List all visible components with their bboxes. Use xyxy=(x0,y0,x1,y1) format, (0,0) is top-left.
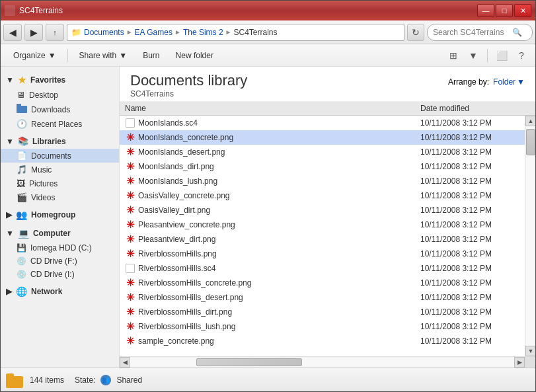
refresh-button[interactable]: ↻ xyxy=(407,24,424,41)
sidebar-item-recent[interactable]: 🕐 Recent Places xyxy=(1,117,119,131)
toolbar-separator-2 xyxy=(487,49,488,62)
close-button[interactable]: ✕ xyxy=(514,4,531,17)
favorites-header[interactable]: ▼ ★ Favorites xyxy=(1,72,119,88)
file-name: MoonIslands_lush.png xyxy=(138,176,420,186)
network-chevron: ▶ xyxy=(6,287,12,296)
scroll-track[interactable] xyxy=(525,126,535,346)
bottom-scrollbar-area: ◀ ▶ xyxy=(120,356,535,368)
homegroup-header[interactable]: ▶ 👥 Homegroup xyxy=(1,207,119,223)
sidebar-item-music[interactable]: 🎵 Music xyxy=(1,163,119,176)
search-box[interactable]: 🔍 xyxy=(427,24,533,41)
sidebar-item-videos[interactable]: 🎬 Videos xyxy=(1,190,119,204)
addr-documents[interactable]: Documents xyxy=(84,28,124,37)
views-dropdown[interactable]: ▼ xyxy=(465,48,482,63)
file-name: MoonIslands.sc4 xyxy=(138,118,420,128)
help-button[interactable]: ? xyxy=(513,48,530,63)
status-state-value: Shared xyxy=(116,375,142,385)
file-name: RiverblossomHills_concrete.png xyxy=(138,278,420,288)
file-name: MoonIslands_concrete.png xyxy=(138,133,420,142)
table-row[interactable]: ✳ MoonIslands_lush.png 10/11/2008 3:12 P… xyxy=(120,174,525,188)
status-count: 144 items xyxy=(30,375,64,385)
file-date: 10/11/2008 3:12 PM xyxy=(420,235,519,244)
music-icon: 🎵 xyxy=(17,165,27,175)
table-row[interactable]: RiverblossomHills.sc4 10/11/2008 3:12 PM xyxy=(120,261,525,276)
share-button[interactable]: Share with ▼ xyxy=(72,47,135,64)
sidebar-item-documents[interactable]: 📄 Documents xyxy=(1,149,119,163)
arrange-by-button[interactable]: Folder ▼ xyxy=(493,77,525,87)
table-row[interactable]: ✳ Pleasantview_dirt.png 10/11/2008 3:12 … xyxy=(120,232,525,247)
sidebar-item-pictures[interactable]: 🖼 Pictures xyxy=(1,176,119,190)
addr-sims2[interactable]: The Sims 2 xyxy=(183,28,223,37)
table-row[interactable]: ✳ OasisValley_dirt.png 10/11/2008 3:12 P… xyxy=(120,203,525,217)
maximize-button[interactable]: □ xyxy=(496,4,513,17)
sidebar-item-cd-f[interactable]: 💿 CD Drive (F:) xyxy=(1,255,119,268)
table-row[interactable]: MoonIslands.sc4 10/11/2008 3:12 PM xyxy=(120,116,525,130)
table-row[interactable]: ✳ MoonIslands_desert.png 10/11/2008 3:12… xyxy=(120,145,525,159)
pane-button[interactable]: ⬜ xyxy=(493,48,510,63)
downloads-label: Downloads xyxy=(31,105,70,114)
table-row[interactable]: ✳ RiverblossomHills_lush.png 10/11/2008 … xyxy=(120,319,525,334)
file-name: MoonIslands_dirt.png xyxy=(138,162,420,171)
hscroll-track[interactable] xyxy=(130,358,514,367)
hscroll-left-button[interactable]: ◀ xyxy=(120,357,130,368)
col-name-label: Name xyxy=(125,104,146,113)
computer-header[interactable]: ▼ 💻 Computer xyxy=(1,225,119,241)
table-row[interactable]: ✳ OasisValley_concrete.png 10/11/2008 3:… xyxy=(120,188,525,203)
table-row[interactable]: ✳ RiverblossomHills_concrete.png 10/11/2… xyxy=(120,276,525,290)
libraries-header[interactable]: ▼ 📚 Libraries xyxy=(1,134,119,149)
search-input[interactable] xyxy=(433,28,512,37)
share-chevron: ▼ xyxy=(119,51,127,60)
new-folder-button[interactable]: New folder xyxy=(169,47,221,64)
scroll-up-button[interactable]: ▲ xyxy=(525,116,535,126)
table-row[interactable]: ✳ RiverblossomHills.png 10/11/2008 3:12 … xyxy=(120,247,525,261)
file-date: 10/11/2008 3:12 PM xyxy=(420,191,519,200)
main-content: ▼ ★ Favorites 🖥 Desktop Downloads 🕐 Rec xyxy=(1,67,535,368)
address-path[interactable]: 📁 Documents ► EA Games ► The Sims 2 ► SC… xyxy=(67,24,404,41)
file-area: MoonIslands.sc4 10/11/2008 3:12 PM ✳ Moo… xyxy=(120,116,535,356)
table-row[interactable]: ✳ MoonIslands_dirt.png 10/11/2008 3:12 P… xyxy=(120,159,525,174)
horizontal-scrollbar[interactable]: ◀ ▶ xyxy=(120,357,525,368)
up-button[interactable]: ↑ xyxy=(46,24,64,41)
table-row[interactable]: ✳ MoonIslands_concrete.png 10/11/2008 3:… xyxy=(120,130,525,145)
col-name-header[interactable]: Name xyxy=(125,104,420,113)
minimize-button[interactable]: — xyxy=(477,4,494,17)
favorites-section: ▼ ★ Favorites 🖥 Desktop Downloads 🕐 Rec xyxy=(1,72,119,131)
folder-label: Folder xyxy=(493,77,516,87)
hscroll-right-button[interactable]: ▶ xyxy=(514,357,525,368)
vertical-scrollbar[interactable]: ▲ ▼ xyxy=(525,116,535,356)
sidebar-item-cd-i[interactable]: 💿 CD Drive (I:) xyxy=(1,268,119,281)
library-subtitle: SC4Terrains xyxy=(130,89,247,98)
file-name: OasisValley_concrete.png xyxy=(138,191,420,200)
file-date: 10/11/2008 3:12 PM xyxy=(420,322,519,331)
forward-button[interactable]: ▶ xyxy=(24,24,43,41)
hscroll-thumb[interactable] xyxy=(196,358,302,366)
network-header[interactable]: ▶ 🌐 Network xyxy=(1,284,119,299)
views-button[interactable]: ⊞ xyxy=(445,48,462,63)
addr-icon: 📁 xyxy=(71,28,81,37)
col-date-label: Date modified xyxy=(420,104,469,113)
burn-button[interactable]: Burn xyxy=(135,47,167,64)
sidebar: ▼ ★ Favorites 🖥 Desktop Downloads 🕐 Rec xyxy=(1,67,120,368)
back-button[interactable]: ◀ xyxy=(3,24,22,41)
png-file-icon: ✳ xyxy=(125,336,135,346)
table-row[interactable]: ✳ RiverblossomHills_desert.png 10/11/200… xyxy=(120,290,525,305)
organize-button[interactable]: Organize ▼ xyxy=(6,47,63,64)
sidebar-item-iomega[interactable]: 💾 Iomega HDD (C:) xyxy=(1,241,119,255)
table-row[interactable]: ✳ sample_concrete.png 10/11/2008 3:12 PM xyxy=(120,334,525,348)
title-bar-left: SC4Terrains xyxy=(5,5,63,16)
sidebar-item-desktop[interactable]: 🖥 Desktop xyxy=(1,88,119,102)
window-title: SC4Terrains xyxy=(19,6,63,15)
file-list[interactable]: MoonIslands.sc4 10/11/2008 3:12 PM ✳ Moo… xyxy=(120,116,525,356)
cd-i-label: CD Drive (I:) xyxy=(30,270,75,279)
scroll-thumb[interactable] xyxy=(526,129,535,155)
table-row[interactable]: ✳ RiverblossomHills_dirt.png 10/11/2008 … xyxy=(120,305,525,319)
png-file-icon: ✳ xyxy=(125,219,135,230)
table-row[interactable]: ✳ Pleasantview_concrete.png 10/11/2008 3… xyxy=(120,217,525,232)
network-icon: 🌐 xyxy=(16,286,27,297)
png-file-icon: ✳ xyxy=(125,292,135,303)
arrange-area: Arrange by: Folder ▼ xyxy=(448,72,525,87)
col-date-header[interactable]: Date modified xyxy=(420,104,519,113)
sidebar-item-downloads[interactable]: Downloads xyxy=(1,102,119,117)
addr-eagames[interactable]: EA Games xyxy=(135,28,172,37)
scroll-down-button[interactable]: ▼ xyxy=(525,346,535,356)
